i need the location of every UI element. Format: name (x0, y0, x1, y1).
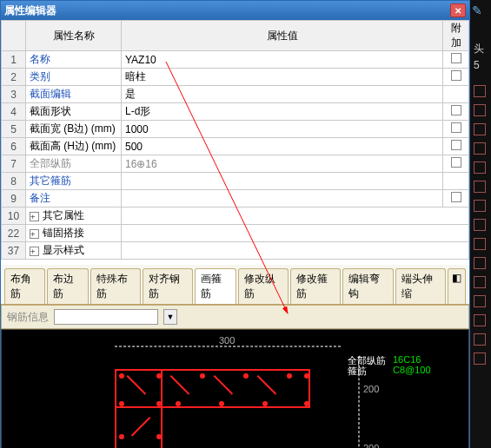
expand-icon[interactable]: + (30, 212, 39, 221)
side-box[interactable] (474, 257, 486, 269)
rebar-info-label: 钢筋信息 (7, 310, 49, 325)
prop-name: +显示样式 (26, 242, 122, 260)
side-box[interactable] (474, 85, 486, 97)
header-rownum (2, 21, 26, 51)
prop-extra[interactable] (443, 121, 469, 138)
tab-more-icon[interactable]: ◧ (448, 268, 466, 304)
tab-8[interactable]: 端头伸缩 (395, 268, 446, 304)
row-number: 8 (2, 173, 26, 190)
stirrup (258, 375, 284, 401)
table-row[interactable]: 6截面高 (H边) (mm)500 (2, 138, 469, 155)
section-canvas[interactable]: 300 全部纵筋 16C16 箍筋 C8@100 200 200 800 (1, 329, 469, 448)
annot-all-rebar-value: 16C16 (393, 354, 421, 365)
side-box[interactable] (474, 314, 486, 326)
prop-value[interactable] (122, 190, 443, 208)
row-number: 37 (2, 242, 26, 260)
row-number: 10 (2, 208, 26, 225)
checkbox[interactable] (451, 105, 461, 115)
side-box[interactable] (474, 352, 486, 365)
dim-h1: 200 (363, 384, 379, 394)
header-name: 属性名称 (26, 21, 122, 51)
row-number: 2 (2, 69, 26, 86)
side-box[interactable] (474, 181, 486, 193)
tab-5[interactable]: 修改纵筋 (238, 268, 289, 304)
expand-icon[interactable]: + (30, 247, 39, 256)
prop-value[interactable] (122, 208, 469, 225)
prop-value[interactable]: L-d形 (122, 103, 443, 121)
table-row[interactable]: 10+其它属性 (2, 208, 469, 225)
rebar-info-dropdown[interactable]: ▼ (163, 309, 177, 325)
table-row[interactable]: 5截面宽 (B边) (mm)1000 (2, 121, 469, 138)
rebar-info-input[interactable] (54, 309, 158, 325)
tab-4[interactable]: 画箍筋 (195, 268, 236, 304)
row-number: 9 (2, 190, 26, 208)
prop-value[interactable]: YAZ10 (122, 51, 443, 69)
checkbox[interactable] (451, 140, 461, 150)
row-number: 7 (2, 155, 26, 173)
checkbox[interactable] (451, 53, 461, 63)
side-box[interactable] (474, 219, 486, 231)
prop-extra[interactable] (443, 155, 469, 173)
side-box[interactable] (474, 276, 486, 288)
side-box[interactable] (474, 123, 486, 135)
prop-value[interactable]: 1000 (122, 121, 443, 138)
side-box[interactable] (474, 238, 486, 250)
close-button[interactable]: ✕ (450, 3, 466, 17)
prop-name: 截面编辑 (26, 86, 122, 103)
header-extra: 附加 (443, 21, 469, 51)
table-row[interactable]: 3截面编辑是 (2, 86, 469, 103)
prop-name: 名称 (26, 51, 122, 69)
prop-value[interactable] (122, 242, 469, 260)
titlebar: 属性编辑器 ✕ (1, 1, 469, 20)
side-text-1: 头 (474, 42, 484, 56)
eyedropper-icon[interactable]: ✎ (472, 3, 482, 17)
side-box[interactable] (474, 142, 486, 155)
table-row[interactable]: 2类别暗柱 (2, 69, 469, 86)
tab-1[interactable]: 布边筋 (47, 268, 88, 304)
prop-name: +锚固搭接 (26, 225, 122, 242)
table-row[interactable]: 22+锚固搭接 (2, 225, 469, 242)
tab-0[interactable]: 布角筋 (4, 268, 45, 304)
prop-extra[interactable] (443, 190, 469, 208)
side-box[interactable] (474, 161, 486, 174)
tab-6[interactable]: 修改箍筋 (290, 268, 341, 304)
table-row[interactable]: 37+显示样式 (2, 242, 469, 260)
prop-extra[interactable] (443, 51, 469, 69)
prop-extra[interactable] (443, 86, 469, 103)
prop-extra[interactable] (443, 103, 469, 121)
table-row[interactable]: 9备注 (2, 190, 469, 208)
prop-name: 截面形状 (26, 103, 122, 121)
table-row[interactable]: 8其它箍筋 (2, 173, 469, 190)
side-box[interactable] (474, 333, 486, 346)
row-number: 1 (2, 51, 26, 69)
row-number: 6 (2, 138, 26, 155)
prop-value[interactable] (122, 173, 443, 190)
checkbox[interactable] (451, 122, 461, 133)
prop-extra[interactable] (443, 173, 469, 190)
prop-name: 全部纵筋 (26, 155, 122, 173)
prop-value[interactable] (122, 225, 469, 242)
table-row[interactable]: 4截面形状L-d形 (2, 103, 469, 121)
dim-h2: 200 (363, 443, 379, 448)
prop-extra[interactable] (443, 69, 469, 86)
side-box[interactable] (474, 295, 486, 307)
tab-3[interactable]: 对齐钢筋 (143, 268, 193, 304)
prop-extra[interactable] (443, 138, 469, 155)
checkbox[interactable] (451, 192, 461, 202)
prop-value[interactable]: 是 (122, 86, 443, 103)
prop-name: 备注 (26, 190, 122, 208)
tab-2[interactable]: 特殊布筋 (90, 268, 141, 304)
side-box[interactable] (474, 200, 486, 212)
table-row[interactable]: 1名称YAZ10 (2, 51, 469, 69)
expand-icon[interactable]: + (30, 229, 39, 239)
table-row[interactable]: 7全部纵筋16⊕16 (2, 155, 469, 173)
side-box[interactable] (474, 104, 486, 116)
side-text-2: 5 (474, 59, 480, 71)
checkbox[interactable] (451, 157, 461, 168)
prop-value[interactable]: 16⊕16 (122, 155, 443, 173)
checkbox[interactable] (451, 70, 461, 81)
tab-7[interactable]: 编辑弯钩 (342, 268, 393, 304)
prop-value[interactable]: 500 (122, 138, 443, 155)
stirrup (171, 375, 197, 401)
prop-value[interactable]: 暗柱 (122, 69, 443, 86)
